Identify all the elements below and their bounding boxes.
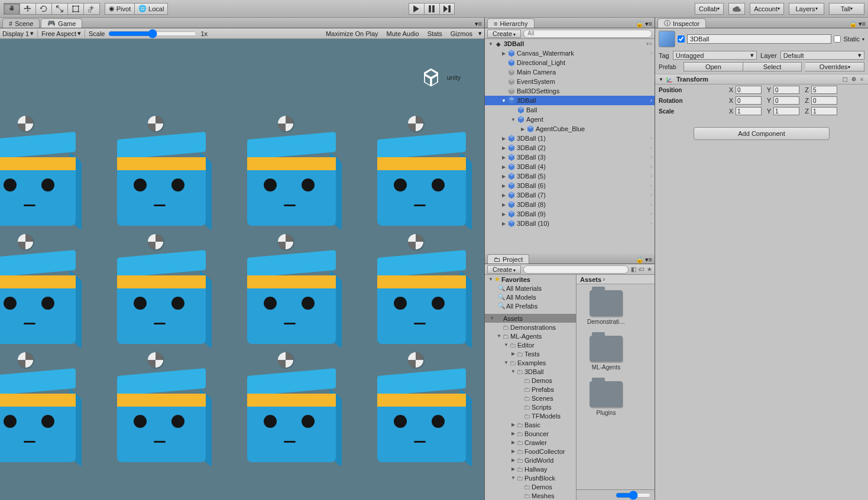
step-button[interactable] (439, 3, 455, 15)
stats-toggle[interactable]: Stats (425, 30, 445, 37)
project-folder[interactable]: ▼🗀Assets (485, 314, 576, 323)
lock-icon[interactable]: 🔒 (636, 256, 644, 264)
hierarchy-item[interactable]: ▶3DBall (7)› (485, 190, 655, 200)
filter-icon[interactable]: ◧ (631, 266, 636, 272)
project-folder[interactable]: 🗀TFModels (485, 411, 576, 420)
scl-z[interactable] (811, 107, 837, 115)
hierarchy-item[interactable]: ▶3DBall (5)› (485, 171, 655, 181)
collab-dropdown[interactable]: Collab (695, 3, 724, 15)
hierarchy-item[interactable]: ▶3DBall (1)› (485, 134, 655, 143)
gameobject-icon[interactable] (659, 31, 675, 47)
hierarchy-item[interactable]: ▶3DBall (2)› (485, 143, 655, 152)
fav-icon[interactable]: ★ (647, 266, 652, 272)
component-menu[interactable]: ⬚ ⚙ ≡ (843, 76, 864, 82)
hierarchy-search[interactable] (523, 30, 652, 38)
mute-toggle[interactable]: Mute Audio (384, 30, 422, 37)
layers-dropdown[interactable]: Layers (789, 3, 824, 15)
prefab-select[interactable]: Select (743, 62, 802, 72)
maximize-toggle[interactable]: Maximize On Play (323, 30, 381, 37)
project-folder[interactable]: 🗀Meshes (485, 491, 576, 500)
local-toggle[interactable]: 🌐 Local (134, 3, 168, 15)
hierarchy-item[interactable]: ▶3DBall (8)› (485, 200, 655, 209)
rot-x[interactable] (736, 96, 762, 105)
panel-menu-icon[interactable]: ▾≡ (475, 20, 482, 28)
aspect-select[interactable]: Free Aspect▾ (41, 30, 85, 37)
project-create[interactable]: Create (487, 265, 521, 274)
scene-row[interactable]: ▼3DBall ▾≡ (485, 39, 655, 48)
tag-select[interactable]: Untagged▾ (673, 51, 757, 60)
project-folder[interactable]: ▶🗀Basic (485, 420, 576, 429)
gizmos-toggle[interactable]: Gizmos (448, 30, 475, 37)
rect-tool[interactable] (67, 3, 83, 15)
transform-tool[interactable] (83, 3, 100, 15)
rot-z[interactable] (811, 96, 837, 105)
project-folder[interactable]: 🗀Demonstrations (485, 323, 576, 332)
scl-y[interactable] (773, 107, 799, 115)
active-checkbox[interactable] (678, 35, 685, 43)
panel-menu-icon[interactable]: ▾≡ (859, 20, 866, 28)
pause-button[interactable] (424, 3, 439, 15)
display-select[interactable]: Display 1▾ (2, 30, 38, 37)
transform-header[interactable]: ▼ Transform ⬚ ⚙ ≡ (655, 74, 868, 85)
hierarchy-item[interactable]: ▶3DBall (4)› (485, 162, 655, 171)
asset-folder[interactable]: Demonstrati… (582, 290, 630, 325)
favorites-row[interactable]: ▼★Favorites (485, 275, 576, 284)
layout-dropdown[interactable]: Tall (829, 3, 864, 15)
asset-folder[interactable]: Plugins (582, 381, 630, 416)
hierarchy-item[interactable]: ▼3DBall› (485, 96, 655, 105)
project-tree[interactable]: ▼★Favorites 🔍All Materials🔍All Models🔍Al… (485, 275, 576, 500)
scl-x[interactable] (736, 107, 762, 115)
object-name-input[interactable] (687, 34, 831, 44)
prefab-open[interactable]: Open (684, 62, 743, 72)
hierarchy-item[interactable]: Main Camera (485, 67, 655, 77)
panel-menu-icon[interactable]: ▾≡ (645, 256, 652, 264)
hierarchy-item[interactable]: ▶3DBall (6)› (485, 181, 655, 190)
project-folder[interactable]: ▶🗀Hallway (485, 465, 576, 473)
project-folder[interactable]: ▶🗀Crawler (485, 438, 576, 447)
scene-tab[interactable]: #Scene (2, 18, 40, 28)
move-tool[interactable] (20, 3, 35, 15)
prefab-overrides[interactable]: Overrides (805, 62, 864, 72)
asset-folder[interactable]: ML-Agents (582, 336, 630, 371)
hierarchy-item[interactable]: Ball (485, 105, 655, 115)
project-folder[interactable]: 🗀Scenes (485, 394, 576, 402)
add-component-button[interactable]: Add Component (694, 127, 830, 140)
game-tab[interactable]: 🎮Game (41, 18, 82, 28)
project-folder[interactable]: 🗀Scripts (485, 402, 576, 411)
project-breadcrumb[interactable]: Assets › (576, 275, 655, 284)
project-folder[interactable]: ▼🗀3DBall (485, 367, 576, 376)
pos-z[interactable] (811, 86, 837, 94)
static-checkbox[interactable] (834, 35, 841, 43)
lock-icon[interactable]: 🔒 (849, 20, 857, 28)
project-search[interactable] (523, 265, 629, 274)
account-dropdown[interactable]: Account (750, 3, 784, 15)
rotate-tool[interactable] (35, 3, 51, 15)
pos-y[interactable] (773, 86, 799, 94)
project-folder[interactable]: ▶🗀FoodCollector (485, 447, 576, 456)
project-folder[interactable]: ▼🗀PushBlock (485, 473, 576, 482)
project-folder[interactable]: ▶🗀Bouncer (485, 429, 576, 438)
hierarchy-item[interactable]: ▶3DBall (3)› (485, 152, 655, 162)
scale-tool[interactable] (51, 3, 67, 15)
hierarchy-item[interactable]: ▼Agent (485, 115, 655, 124)
project-folder[interactable]: ▼🗀Editor (485, 340, 576, 349)
project-folder[interactable]: ▼🗀ML-Agents (485, 332, 576, 340)
project-folder[interactable]: ▼🗀Examples (485, 358, 576, 367)
game-viewport[interactable]: unity /* rendered below via JS duplicati… (0, 39, 484, 500)
hierarchy-tree[interactable]: ▼3DBall ▾≡ ▶Canvas_Watermark›Directional… (485, 39, 655, 254)
inspector-tab[interactable]: ⓘInspector (658, 18, 706, 28)
project-folder[interactable]: ▶🗀GridWorld (485, 456, 576, 465)
hierarchy-item[interactable]: Ball3DSettings (485, 86, 655, 96)
rot-y[interactable] (773, 96, 799, 105)
hierarchy-item[interactable]: ▶3DBall (9)› (485, 209, 655, 219)
layer-select[interactable]: Default▾ (780, 51, 864, 60)
favorite-item[interactable]: 🔍All Materials (485, 284, 576, 293)
hierarchy-item[interactable]: EventSystem (485, 77, 655, 86)
hierarchy-item[interactable]: ▶3DBall (10)› (485, 219, 655, 228)
play-button[interactable] (409, 3, 424, 15)
panel-menu-icon[interactable]: ▾≡ (645, 20, 652, 28)
asset-grid[interactable]: Demonstrati…ML-AgentsPlugins (576, 284, 655, 489)
asset-size-slider[interactable] (616, 491, 651, 500)
project-folder[interactable]: 🗀Prefabs (485, 385, 576, 394)
project-tab[interactable]: 🗀Project (487, 254, 529, 264)
